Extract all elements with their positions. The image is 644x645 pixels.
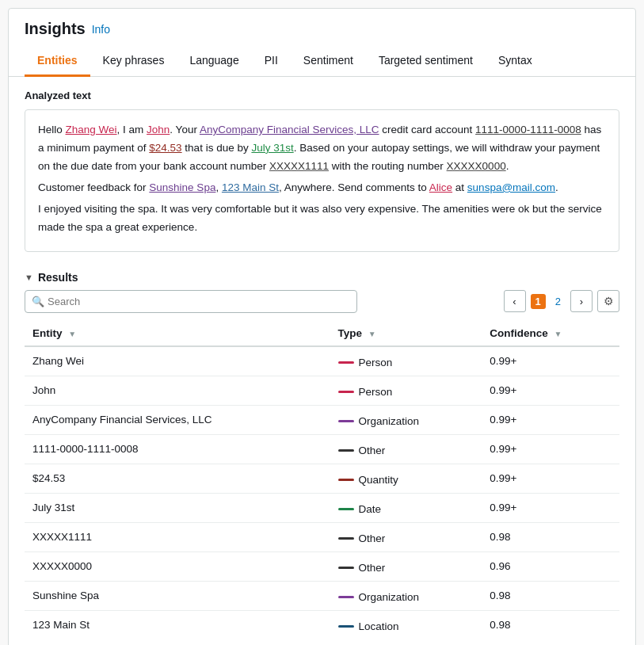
- table-row: $24.53Quantity0.99+: [25, 464, 619, 493]
- next-page-button[interactable]: ›: [570, 290, 593, 312]
- table-header-row: Entity ▼ Type ▼ Confidence ▼: [25, 321, 619, 346]
- confidence-sort-icon: ▼: [554, 330, 562, 338]
- cell-confidence: 0.99+: [482, 464, 619, 493]
- type-color-indicator: [338, 537, 354, 540]
- cell-type: Other: [330, 551, 482, 581]
- cell-type: Date: [330, 493, 482, 522]
- type-label: Person: [359, 386, 393, 398]
- cell-entity: 1111-0000-1111-0008: [25, 434, 330, 464]
- results-section: ▼ Results 🔍 ‹ 1 2 › ⚙ Entity ▼ Type ▼: [9, 265, 635, 645]
- cell-confidence: 0.96: [482, 551, 619, 581]
- entity-bank-account[interactable]: XXXXX1111: [269, 160, 329, 172]
- type-label: Other: [359, 532, 386, 544]
- tab-entities[interactable]: Entities: [25, 46, 90, 77]
- type-color-indicator: [338, 508, 354, 510]
- cell-entity: July 31st: [25, 493, 330, 522]
- type-label: Other: [359, 562, 386, 574]
- prev-page-button[interactable]: ‹: [504, 290, 526, 312]
- entity-routing[interactable]: XXXXX0000: [447, 160, 506, 172]
- type-color-indicator: [338, 567, 354, 569]
- text-line-5: I enjoyed visiting the spa. It was very …: [38, 200, 606, 237]
- entity-email[interactable]: sunspa@mail.com: [467, 181, 555, 193]
- entity-account-num[interactable]: 1111-0000-1111-0008: [475, 124, 581, 135]
- cell-type: Person: [330, 376, 482, 405]
- cell-entity: $24.53: [25, 464, 330, 493]
- cell-type: Organization: [330, 581, 482, 610]
- tab-targeted-sentiment[interactable]: Targeted sentiment: [366, 46, 486, 77]
- cell-type: Other: [330, 434, 482, 464]
- table-row: 123 Main StLocation0.98: [25, 610, 619, 639]
- cell-type: Other: [330, 522, 482, 551]
- entity-due-date[interactable]: July 31st: [251, 142, 293, 154]
- type-color-indicator: [338, 361, 354, 364]
- tab-sentiment[interactable]: Sentiment: [291, 46, 366, 77]
- chevron-down-icon: ▼: [25, 273, 33, 282]
- cell-confidence: 0.99+: [482, 376, 619, 405]
- table-row: 1111-0000-1111-0008Other0.99+: [25, 434, 619, 464]
- cell-entity: XXXXX0000: [25, 551, 330, 581]
- type-label: Organization: [359, 415, 420, 427]
- cell-confidence: 0.98: [482, 581, 619, 610]
- table-row: AnyCompany Financial Services, LLCOrgani…: [25, 405, 619, 434]
- results-label: Results: [38, 271, 78, 284]
- type-color-indicator: [338, 596, 354, 598]
- pagination-controls: ‹ 1 2 › ⚙: [504, 290, 619, 312]
- cell-entity: John: [25, 376, 330, 405]
- search-input[interactable]: [25, 290, 357, 313]
- entity-john[interactable]: John: [147, 124, 170, 135]
- cell-confidence: 0.99+: [482, 405, 619, 434]
- tabs-bar: Entities Key phrases Language PII Sentim…: [9, 46, 635, 77]
- header: Insights Info: [9, 9, 635, 38]
- text-line-4: Customer feedback for Sunshine Spa, 123 …: [38, 179, 606, 197]
- analyzed-text-box: Hello Zhang Wei, I am John. Your AnyComp…: [25, 109, 619, 252]
- settings-button[interactable]: ⚙: [597, 290, 619, 312]
- tab-language[interactable]: Language: [177, 46, 251, 77]
- cell-type: Location: [330, 610, 482, 639]
- type-color-indicator: [338, 391, 354, 393]
- type-color-indicator: [338, 479, 354, 481]
- cell-confidence: 0.99+: [482, 346, 619, 376]
- cell-type: Organization: [330, 405, 482, 434]
- entity-main-st[interactable]: 123 Main St: [222, 181, 279, 193]
- main-panel: Insights Info Entities Key phrases Langu…: [8, 8, 636, 645]
- type-label: Organization: [359, 591, 420, 603]
- page-title: Insights: [25, 20, 86, 38]
- tab-syntax[interactable]: Syntax: [486, 46, 545, 77]
- type-label: Quantity: [359, 474, 398, 486]
- results-table: Entity ▼ Type ▼ Confidence ▼ Zhang WeiPe…: [25, 321, 619, 639]
- table-row: XXXXX1111Other0.98: [25, 522, 619, 551]
- entity-sunshine-spa[interactable]: Sunshine Spa: [149, 181, 215, 193]
- info-link[interactable]: Info: [92, 23, 110, 36]
- text-line-1: Hello Zhang Wei, I am John. Your AnyComp…: [38, 121, 606, 176]
- type-label: Person: [359, 357, 393, 368]
- search-pagination-row: 🔍 ‹ 1 2 › ⚙: [25, 290, 619, 313]
- cell-confidence: 0.98: [482, 522, 619, 551]
- analyzed-text-label: Analyzed text: [25, 90, 619, 101]
- cell-entity: XXXXX1111: [25, 522, 330, 551]
- page-1-button[interactable]: 1: [531, 294, 546, 309]
- cell-entity: Zhang Wei: [25, 346, 330, 376]
- table-row: JohnPerson0.99+: [25, 376, 619, 405]
- type-sort-icon: ▼: [368, 330, 376, 338]
- search-icon: 🔍: [32, 296, 44, 307]
- type-color-indicator: [338, 420, 354, 422]
- cell-entity: 123 Main St: [25, 610, 330, 639]
- tab-key-phrases[interactable]: Key phrases: [90, 46, 177, 77]
- type-label: Date: [359, 503, 382, 515]
- page-2-button[interactable]: 2: [551, 294, 566, 309]
- table-row: XXXXX0000Other0.96: [25, 551, 619, 581]
- type-label: Location: [359, 620, 399, 632]
- entity-sort-icon: ▼: [68, 330, 76, 338]
- search-wrapper: 🔍: [25, 290, 357, 313]
- table-row: Sunshine SpaOrganization0.98: [25, 581, 619, 610]
- entity-anycompany[interactable]: AnyCompany Financial Services, LLC: [200, 124, 379, 135]
- cell-type: Person: [330, 346, 482, 376]
- entity-amount[interactable]: $24.53: [149, 142, 181, 154]
- cell-confidence: 0.98: [482, 610, 619, 639]
- col-type: Type ▼: [330, 321, 482, 346]
- cell-confidence: 0.99+: [482, 493, 619, 522]
- entity-alice[interactable]: Alice: [429, 181, 452, 193]
- tab-pii[interactable]: PII: [252, 46, 291, 77]
- entity-zhang-wei[interactable]: Zhang Wei: [66, 124, 117, 135]
- results-header[interactable]: ▼ Results: [25, 265, 619, 290]
